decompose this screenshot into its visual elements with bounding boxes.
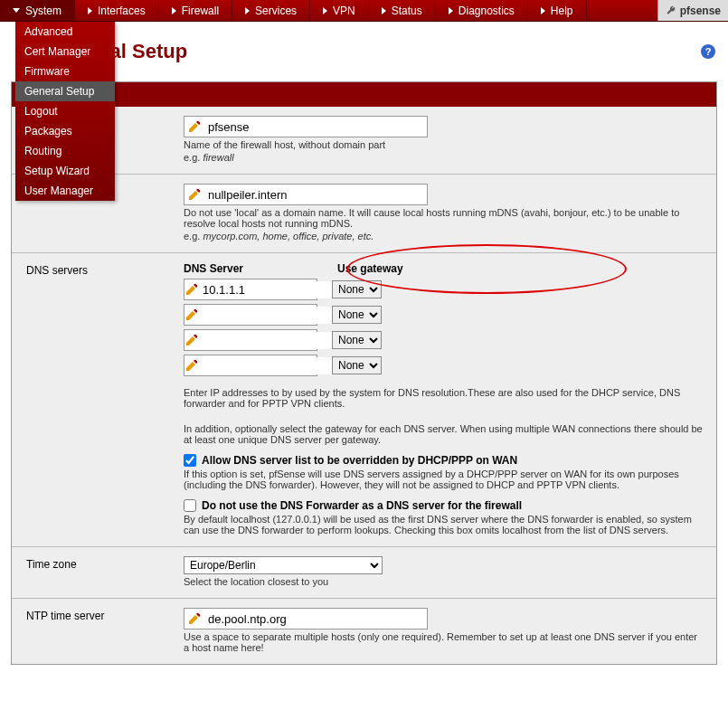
help-icon[interactable]: ? — [701, 44, 715, 59]
dns-row: None — [184, 329, 704, 351]
dns-noforward-checkbox[interactable] — [184, 499, 196, 512]
chevron-right-icon — [172, 7, 176, 14]
dropdown-setup-wizard[interactable]: Setup Wizard — [15, 161, 115, 181]
pencil-icon — [184, 331, 199, 349]
menu-label: Help — [551, 5, 573, 17]
hostname-input-wrap — [184, 116, 428, 137]
dns-override-checkbox[interactable] — [184, 454, 196, 467]
dropdown-user-manager[interactable]: User Manager — [15, 181, 115, 201]
brand-toggle[interactable]: pfsense — [657, 0, 728, 21]
pencil-icon — [184, 185, 204, 204]
dns-help-1: Enter IP addresses to by used by the sys… — [184, 387, 704, 409]
menu-firewall[interactable]: Firewall — [159, 0, 232, 21]
menu-label: Diagnostics — [459, 5, 515, 17]
menu-label: Status — [392, 5, 422, 17]
dns-noforward-help: By default localhost (127.0.0.1) will be… — [184, 514, 704, 535]
page-title: m: General Setup — [23, 40, 728, 63]
dns-gateway-select-0[interactable]: None — [332, 280, 382, 298]
domain-input[interactable] — [204, 186, 427, 204]
wrench-icon — [666, 5, 676, 16]
brand-label: pfsense — [680, 5, 721, 17]
system-dropdown: Advanced Cert Manager Firmware General S… — [15, 22, 115, 201]
ntp-input-wrap — [184, 608, 428, 630]
dns-table: DNS Server Use gateway None — [184, 262, 704, 376]
dns-gateway-select-1[interactable]: None — [332, 306, 382, 324]
menu-status[interactable]: Status — [369, 0, 436, 21]
pencil-icon — [184, 280, 199, 298]
chevron-right-icon — [245, 7, 250, 14]
form-container: stem Hostname Name of the firewall host,… — [11, 81, 717, 665]
hostname-help: Name of the firewall host, without domai… — [184, 139, 704, 150]
menu-label: System — [25, 5, 61, 17]
ntp-input[interactable] — [204, 611, 427, 628]
dropdown-firmware[interactable]: Firmware — [15, 62, 115, 81]
dns-server-header: DNS Server — [184, 262, 337, 275]
dropdown-cert-manager[interactable]: Cert Manager — [15, 42, 115, 62]
menu-diagnostics[interactable]: Diagnostics — [436, 0, 528, 21]
dropdown-packages[interactable]: Packages — [15, 121, 115, 141]
chevron-right-icon — [541, 7, 545, 14]
domain-help: Do not use 'local' as a domain name. It … — [184, 207, 704, 229]
dns-gateway-select-3[interactable]: None — [332, 356, 382, 374]
pencil-icon — [184, 118, 204, 136]
dropdown-routing[interactable]: Routing — [15, 141, 115, 161]
hostname-input[interactable] — [204, 118, 427, 136]
dns-row: None — [184, 279, 704, 300]
chevron-right-icon — [382, 7, 386, 14]
dns-override-label: Allow DNS server list to be overridden b… — [202, 454, 517, 467]
dns-override-help: If this option is set, pfSense will use … — [184, 469, 704, 490]
main-menubar: System Interfaces Firewall Services VPN … — [0, 0, 728, 22]
pencil-icon — [184, 610, 204, 628]
dns-gateway-select-2[interactable]: None — [332, 331, 382, 349]
menu-interfaces[interactable]: Interfaces — [75, 0, 159, 21]
menu-label: Firewall — [182, 5, 219, 17]
menu-label: VPN — [333, 5, 355, 17]
tz-label: Time zone — [12, 547, 175, 598]
menu-system[interactable]: System — [0, 0, 75, 21]
domain-help-eg: e.g. mycorp.com, home, office, private, … — [184, 231, 704, 241]
menu-vpn[interactable]: VPN — [310, 0, 369, 21]
ntp-help: Use a space to separate multiple hosts (… — [184, 631, 704, 653]
hostname-help-eg: e.g. firewall — [184, 152, 704, 163]
menu-help[interactable]: Help — [528, 0, 587, 21]
tz-select[interactable]: Europe/Berlin — [184, 556, 383, 574]
dropdown-logout[interactable]: Logout — [15, 101, 115, 121]
dns-gateway-header: Use gateway — [337, 262, 403, 275]
dropdown-general-setup[interactable]: General Setup — [15, 81, 115, 101]
form-section-header: stem — [12, 82, 716, 107]
domain-input-wrap — [184, 184, 428, 205]
ntp-label: NTP time server — [12, 599, 175, 664]
chevron-right-icon — [323, 7, 327, 14]
dns-help-2: In addition, optionally select the gatew… — [184, 423, 704, 445]
pencil-icon — [184, 306, 199, 324]
chevron-down-icon — [13, 8, 20, 13]
menu-services[interactable]: Services — [232, 0, 310, 21]
dns-label: DNS servers — [12, 253, 175, 546]
tz-help: Select the location closest to you — [184, 576, 704, 587]
dns-row: None — [184, 304, 704, 326]
pencil-icon — [184, 356, 199, 374]
dns-noforward-label: Do not use the DNS Forwarder as a DNS se… — [202, 499, 522, 512]
dns-row: None — [184, 355, 704, 376]
menu-label: Services — [255, 5, 297, 17]
chevron-right-icon — [88, 7, 92, 14]
chevron-right-icon — [449, 7, 453, 14]
menu-label: Interfaces — [98, 5, 146, 17]
dropdown-advanced[interactable]: Advanced — [15, 22, 115, 42]
